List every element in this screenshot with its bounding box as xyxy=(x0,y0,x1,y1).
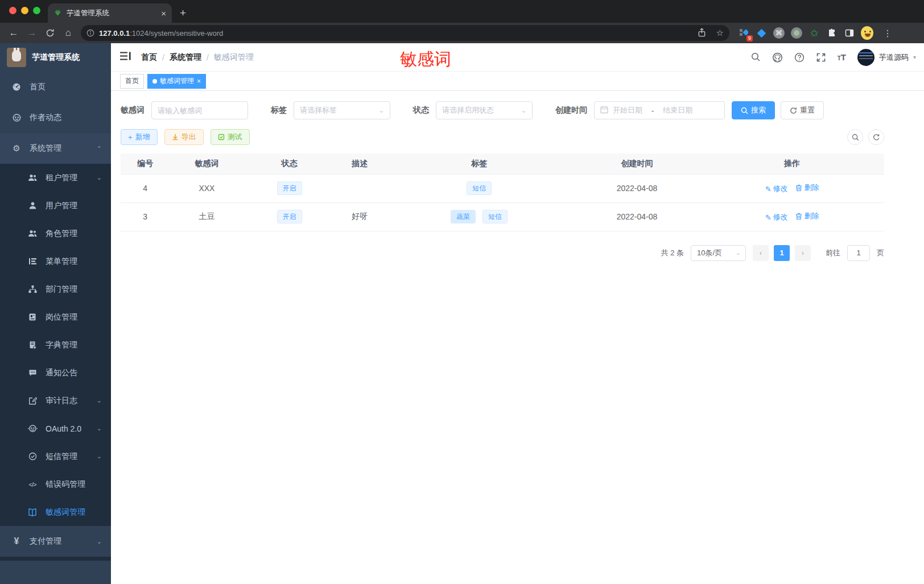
cell-id: 3 xyxy=(121,202,170,231)
sidebar-submenu: 租户管理 ⌄ 用户管理 角色管理 xyxy=(0,164,111,526)
next-page-button[interactable]: › xyxy=(795,245,811,261)
reset-button[interactable]: 重置 xyxy=(781,101,824,119)
calendar-icon xyxy=(600,106,608,115)
sidebar-item-menu[interactable]: 菜单管理 xyxy=(0,247,111,275)
sidebar-item-sms[interactable]: 短信管理 ⌄ xyxy=(0,442,111,470)
extension-icon-4[interactable] xyxy=(790,27,803,39)
sidebar-item-system[interactable]: ⚙ 系统管理 ⌃ xyxy=(0,133,111,164)
reload-button[interactable] xyxy=(42,25,58,41)
test-button[interactable]: 测试 xyxy=(211,129,250,145)
edit-pen-icon: ✎ xyxy=(765,213,772,222)
new-tab-button[interactable]: + xyxy=(180,7,186,19)
search-button[interactable]: 搜索 xyxy=(732,101,775,119)
col-header-tags: 标签 xyxy=(384,154,574,174)
sidebar-item-label: 角色管理 xyxy=(46,229,102,239)
tag-home[interactable]: 首页 xyxy=(120,74,144,89)
col-header-created: 创建时间 xyxy=(574,154,700,174)
goto-page-input[interactable]: 1 xyxy=(847,245,870,261)
sidebar-item-notice[interactable]: 通知公告 xyxy=(0,359,111,387)
add-button[interactable]: + 新增 xyxy=(121,129,158,145)
log-edit-icon xyxy=(27,396,38,405)
sidebar-item-audit-log[interactable]: 审计日志 ⌄ xyxy=(0,387,111,415)
chevron-down-icon: ⌄ xyxy=(97,453,102,460)
sidebar-item-dict[interactable]: 字典管理 xyxy=(0,331,111,359)
sidebar-item-label: 菜单管理 xyxy=(46,256,102,267)
breadcrumb-system[interactable]: 系统管理 xyxy=(170,52,201,63)
close-window-button[interactable] xyxy=(9,7,16,14)
date-range-picker[interactable]: 开始日期 - 结束日期 xyxy=(594,101,725,119)
share-icon[interactable] xyxy=(698,28,706,39)
extension-icon-5[interactable]: ✩ xyxy=(808,27,820,39)
window-controls[interactable] xyxy=(9,7,40,14)
extension-icon-1[interactable]: 9 xyxy=(737,27,750,39)
side-panel-icon[interactable] xyxy=(843,27,856,39)
open-book-icon xyxy=(27,508,38,516)
col-header-desc: 描述 xyxy=(335,154,385,174)
search-icon[interactable] xyxy=(751,52,761,62)
extension-icon-2[interactable] xyxy=(755,27,768,39)
page-number-1[interactable]: 1 xyxy=(774,245,790,261)
tag-sensitive-word[interactable]: 敏感词管理 × xyxy=(147,74,206,89)
sidebar-item-label: 部门管理 xyxy=(46,284,102,295)
sidebar-item-user[interactable]: 用户管理 xyxy=(0,192,111,219)
export-button[interactable]: 导出 xyxy=(164,129,204,145)
browser-tab[interactable]: 芋道管理系统 × xyxy=(48,3,172,23)
user-icon xyxy=(27,201,38,210)
plus-icon: + xyxy=(128,133,133,142)
page-content: 敏感词 标签 请选择标签 ⌄ 状态 xyxy=(111,91,924,584)
delete-link[interactable]: 删除 xyxy=(795,183,819,193)
url-bar[interactable]: 127.0.0.1:1024/system/sensitive-word ☆ xyxy=(81,25,729,41)
tag-select[interactable]: 请选择标签 ⌄ xyxy=(294,101,390,119)
col-header-status: 状态 xyxy=(244,154,335,174)
tab-close-icon[interactable]: × xyxy=(161,9,166,18)
extensions-puzzle-icon[interactable] xyxy=(826,27,838,39)
delete-link[interactable]: 删除 xyxy=(795,211,819,221)
sidebar-item-dept[interactable]: 部门管理 xyxy=(0,275,111,303)
home-button[interactable]: ⌂ xyxy=(60,25,76,41)
cell-word: XXX xyxy=(170,174,244,202)
browser-menu-icon[interactable]: ⋮ xyxy=(883,28,892,39)
help-icon[interactable] xyxy=(794,52,805,63)
sidebar-logo[interactable]: 芋道管理系统 xyxy=(0,43,111,72)
edit-link[interactable]: ✎修改 xyxy=(765,184,788,194)
sidebar-item-home[interactable]: 首页 xyxy=(0,72,111,102)
page-size-select[interactable]: 10条/页 ⌄ xyxy=(691,245,746,261)
sidebar-item-oauth[interactable]: OAuth 2.0 ⌄ xyxy=(0,415,111,442)
minimize-window-button[interactable] xyxy=(21,7,28,14)
cell-created: 2022-04-08 xyxy=(574,174,700,202)
profile-avatar[interactable] xyxy=(861,27,873,39)
font-size-icon[interactable]: TT xyxy=(838,52,846,62)
user-menu[interactable]: 芋道源码 ▾ xyxy=(857,49,916,66)
extension-icon-3[interactable]: ⌘ xyxy=(773,27,785,39)
menu-tree-icon xyxy=(27,257,38,266)
sidebar-fold-icon[interactable] xyxy=(120,52,131,63)
logo-image xyxy=(7,48,26,67)
forward-button[interactable]: → xyxy=(24,25,40,41)
sidebar-item-error-code[interactable]: </> 错误码管理 xyxy=(0,470,111,498)
tag-label: 首页 xyxy=(125,76,139,86)
breadcrumb-home[interactable]: 首页 xyxy=(141,52,157,63)
fullscreen-icon[interactable] xyxy=(816,52,826,63)
status-badge: 开启 xyxy=(277,181,302,195)
sidebar-item-author[interactable]: 作者动态 xyxy=(0,102,111,133)
keyword-input[interactable] xyxy=(158,106,242,115)
sidebar-item-post[interactable]: 岗位管理 xyxy=(0,303,111,331)
tag-close-icon[interactable]: × xyxy=(197,77,201,85)
status-select[interactable]: 请选择启用状态 ⌄ xyxy=(436,101,533,119)
zoom-window-button[interactable] xyxy=(33,7,40,14)
prev-page-button[interactable]: ‹ xyxy=(753,245,769,261)
gear-icon: ⚙ xyxy=(11,143,22,154)
robot-icon xyxy=(27,424,38,433)
bookmark-star-icon[interactable]: ☆ xyxy=(716,28,724,38)
sidebar-item-tenant[interactable]: 租户管理 ⌄ xyxy=(0,164,111,192)
refresh-button[interactable] xyxy=(868,129,884,145)
edit-link[interactable]: ✎修改 xyxy=(765,212,788,222)
page-unit-label: 页 xyxy=(877,248,884,258)
back-button[interactable]: ← xyxy=(6,25,22,41)
breadcrumb-current: 敏感词管理 xyxy=(214,52,254,63)
toggle-search-button[interactable] xyxy=(847,129,863,145)
sidebar-item-role[interactable]: 角色管理 xyxy=(0,219,111,247)
github-icon[interactable] xyxy=(772,52,783,63)
sidebar-item-pay[interactable]: ¥ 支付管理 ⌄ xyxy=(0,526,111,557)
sidebar-item-sensitive-word[interactable]: 敏感词管理 xyxy=(0,498,111,526)
